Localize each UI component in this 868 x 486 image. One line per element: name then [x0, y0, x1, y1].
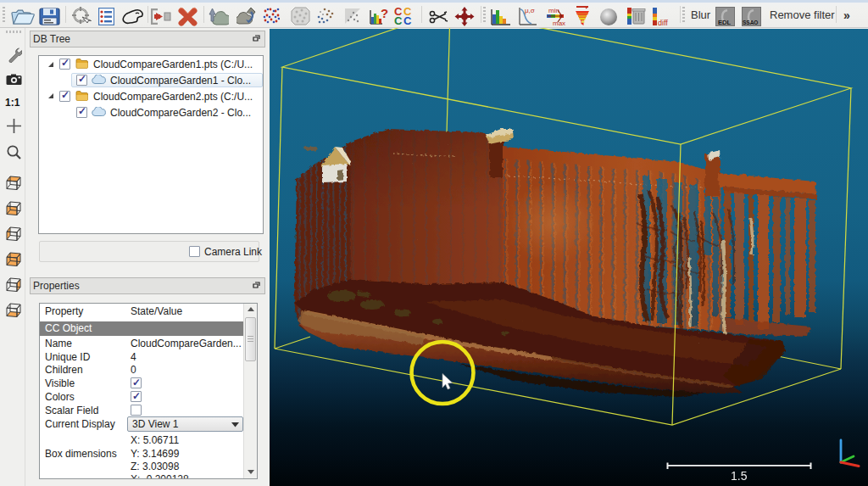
svg-text:1.5: 1.5 [731, 469, 748, 483]
svg-text:?: ? [381, 7, 388, 20]
svg-text:SSAO: SSAO [743, 20, 758, 25]
svg-text:EDL: EDL [718, 19, 731, 26]
svg-text:μ,σ: μ,σ [525, 7, 535, 14]
svg-text:C: C [403, 14, 412, 25]
svg-text:C: C [394, 14, 403, 25]
svg-text:diff: diff [658, 19, 668, 26]
